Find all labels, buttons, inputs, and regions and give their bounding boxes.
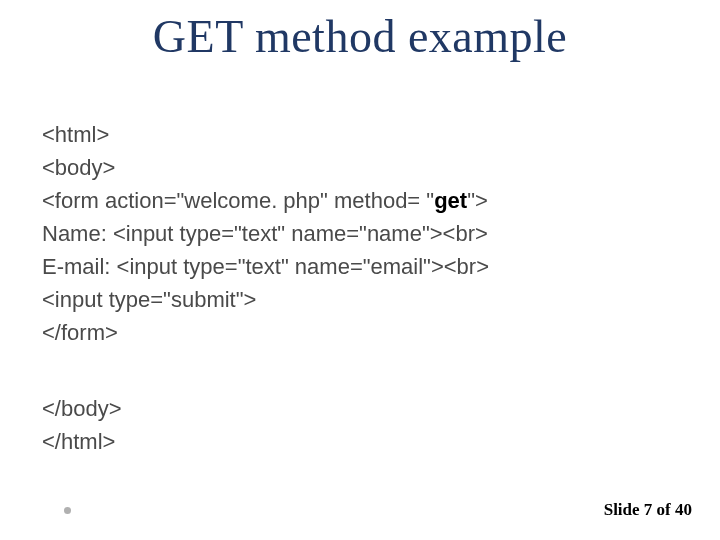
code-line: <html> <box>42 122 109 147</box>
code-keyword-get: get <box>434 188 467 213</box>
code-line: E-mail: <input type="text" name="email">… <box>42 254 489 279</box>
code-line: </body> <box>42 392 682 425</box>
code-line: Name: <input type="text" name="name"><br… <box>42 221 488 246</box>
slide-number: Slide 7 of 40 <box>604 500 692 520</box>
code-line: "> <box>467 188 488 213</box>
code-line: <form action="welcome. php" method= " <box>42 188 434 213</box>
code-block: <html> <body> <form action="welcome. php… <box>42 118 682 349</box>
code-line: </form> <box>42 320 118 345</box>
slide: GET method example <html> <body> <form a… <box>0 0 720 540</box>
slide-title: GET method example <box>0 10 720 63</box>
code-line: </html> <box>42 425 682 458</box>
code-line: <input type="submit"> <box>42 287 256 312</box>
code-line: <body> <box>42 155 115 180</box>
bullet-decoration <box>64 507 71 514</box>
code-block-closing: </body> </html> <box>42 392 682 458</box>
